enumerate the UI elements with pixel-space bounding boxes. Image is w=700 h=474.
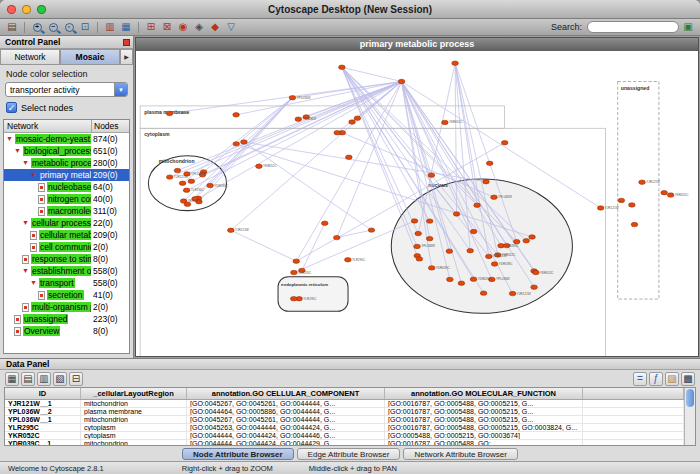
tree-row[interactable]: multi-organism pro...2(0) [4, 301, 129, 313]
apply-layout-icon[interactable]: ◈ [192, 20, 206, 34]
table-cell[interactable]: [GO:0016787, GO:0005488, GO:... [385, 440, 583, 445]
copy-attribute-icon[interactable]: ▥ [37, 372, 51, 386]
graph-node[interactable] [597, 206, 604, 210]
graph-node[interactable] [166, 111, 173, 115]
column-header[interactable]: annotation.GO MOLECULAR_FUNCTION [385, 388, 583, 399]
graph-node[interactable] [428, 173, 435, 177]
float-panel-button[interactable] [123, 39, 130, 46]
graph-node[interactable] [416, 257, 423, 261]
show-all-icon[interactable]: ▦ [119, 20, 133, 34]
graph-node[interactable] [639, 180, 646, 184]
table-cell[interactable]: YKR052C [5, 432, 81, 439]
graph-node[interactable] [293, 259, 300, 263]
graph-node[interactable] [486, 161, 493, 165]
graph-node[interactable] [290, 296, 297, 300]
graph-node[interactable] [483, 179, 490, 183]
graph-node[interactable] [233, 142, 240, 146]
graph-node[interactable] [618, 198, 625, 202]
graph-node[interactable] [631, 222, 638, 226]
graph-node[interactable] [453, 212, 460, 216]
delete-attribute-icon[interactable]: ⊟ [69, 372, 83, 386]
tree-row[interactable]: Overview8(0) [4, 325, 129, 337]
table-cell[interactable]: YPL036W__2 [5, 408, 81, 415]
table-cell[interactable]: cytoplasm [81, 424, 187, 431]
table-cell[interactable]: cytoplasm [81, 432, 187, 439]
graph-node[interactable] [531, 285, 538, 289]
table-cell[interactable]: mitochondrion [81, 400, 187, 407]
graph-node[interactable] [446, 249, 453, 253]
graph-node[interactable] [491, 262, 498, 266]
tab-overflow-icon[interactable]: ▶ [120, 49, 133, 65]
table-cell[interactable]: YPL036W__1 [5, 416, 81, 423]
first-neighbors-icon[interactable]: ◉ [176, 20, 190, 34]
graph-node[interactable] [334, 131, 341, 135]
tree-row[interactable]: ▼metabolic process280(0) [4, 157, 129, 169]
graph-node[interactable] [414, 244, 421, 248]
tab-network[interactable]: Network [0, 49, 60, 65]
graph-node[interactable] [480, 291, 487, 295]
table-cell[interactable]: [GO:0016787, GO:0005488, GO:0005215, G..… [385, 416, 583, 423]
graph-node[interactable] [256, 164, 263, 168]
graph-node[interactable] [349, 120, 356, 124]
table-cell[interactable]: [GO:0016787, GO:0005488, GO:0005215, G..… [385, 408, 583, 415]
expand-arrow-icon[interactable]: ▼ [22, 217, 31, 229]
expand-arrow-icon[interactable]: ▼ [22, 157, 31, 169]
graph-node[interactable] [426, 219, 433, 223]
graph-node[interactable] [346, 155, 353, 159]
graph-node[interactable] [667, 193, 674, 197]
network-graph[interactable]: plasma membranecytoplasmmitochondrionnuc… [136, 51, 698, 356]
minimize-button[interactable] [22, 5, 31, 14]
graph-node[interactable] [470, 229, 477, 233]
graph-node[interactable] [467, 248, 474, 252]
attribute-table-icon[interactable]: ▦ [5, 372, 19, 386]
graph-node[interactable] [321, 221, 328, 225]
tree-row[interactable]: secretion41(0) [4, 289, 129, 301]
node-color-dropdown[interactable]: transporter activity ▼ [5, 82, 128, 97]
graph-node[interactable] [333, 235, 340, 239]
graph-node[interactable] [458, 281, 465, 285]
destroy-network-icon[interactable]: ⊠ [160, 20, 174, 34]
graph-node[interactable] [474, 203, 481, 207]
graph-node[interactable] [289, 96, 296, 100]
table-cell[interactable]: [GO:0016787, GO:0005488, GO:0005215, GO:… [385, 424, 583, 431]
vizmapper-icon[interactable]: ◆ [208, 20, 222, 34]
graph-node[interactable] [486, 254, 493, 258]
graph-node[interactable] [411, 219, 418, 223]
expand-arrow-icon[interactable]: ▼ [22, 265, 31, 277]
table-cell[interactable]: YLR295C [5, 424, 81, 431]
zoom-selected-icon[interactable]: ▫ [62, 20, 76, 34]
new-attribute-icon[interactable]: ▤ [21, 372, 35, 386]
column-header[interactable]: _cellularLayoutRegion [81, 388, 187, 399]
graph-node[interactable] [354, 116, 361, 120]
tree-row[interactable]: ▼cellular process22(0) [4, 217, 129, 229]
tree-row[interactable]: nitrogen compo...40(0) [4, 193, 129, 205]
table-scrollbar[interactable] [684, 388, 695, 445]
graph-node[interactable] [228, 228, 235, 232]
tab-network-attribute-browser[interactable]: Network Attribute Browser [403, 448, 517, 460]
folder-icon[interactable]: ▨ [665, 372, 679, 386]
table-cell[interactable]: mitochondrion [81, 440, 187, 445]
tree-row[interactable]: ▼transport558(0) [4, 277, 129, 289]
tree-column-network[interactable]: Network [4, 120, 91, 132]
graph-node[interactable] [295, 117, 302, 121]
tree-row[interactable]: ▼biological_process651(0) [4, 145, 129, 157]
graph-node[interactable] [509, 291, 516, 295]
graph-node[interactable] [291, 270, 298, 274]
table-cell[interactable]: [GO:0016787, GO:0005488, GO:0005215, G..… [385, 400, 583, 407]
formula-equals-icon[interactable]: = [633, 372, 647, 386]
graph-node[interactable] [166, 175, 173, 179]
select-nodes-checkbox[interactable] [6, 102, 17, 113]
tree-row[interactable]: ▼establishment of lo...558(0) [4, 265, 129, 277]
tab-node-attribute-browser[interactable]: Node Attribute Browser [182, 448, 294, 460]
network-canvas[interactable]: plasma membranecytoplasmmitochondrionnuc… [136, 51, 698, 356]
graph-node[interactable] [188, 179, 195, 183]
graph-node[interactable] [345, 258, 352, 262]
table-cell[interactable]: [GO:0044444, GO:0044424, GO:0044429, G..… [187, 440, 385, 445]
table-cell[interactable]: [GO:0044444, GO:0044424, GO:0044446, G..… [187, 432, 385, 439]
tree-row[interactable]: macromolecule...311(0) [4, 205, 129, 217]
create-network-icon[interactable]: ⊞ [144, 20, 158, 34]
table-cell[interactable]: YDR039C__1 [5, 440, 81, 445]
graph-node[interactable] [233, 113, 240, 117]
tab-mosaic[interactable]: Mosaic [60, 49, 120, 65]
tree-row[interactable]: cell communica...2(0) [4, 241, 129, 253]
